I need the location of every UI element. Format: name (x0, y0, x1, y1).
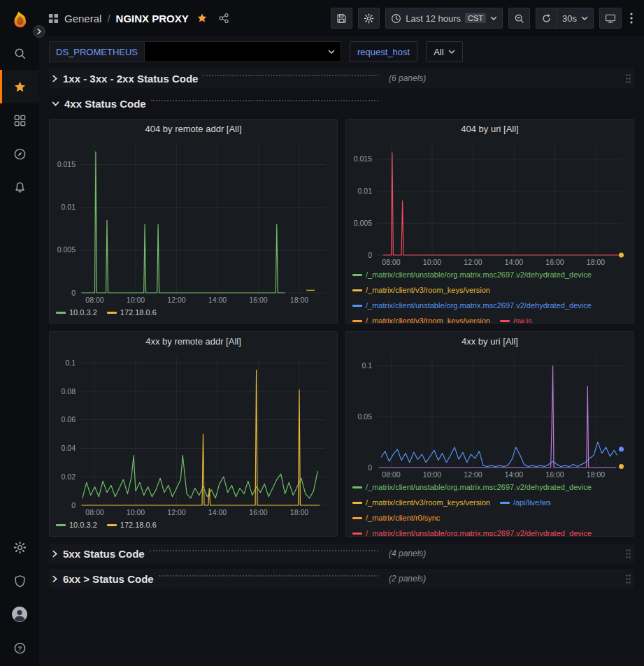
legend-series-color-mark (352, 289, 362, 291)
time-range-picker[interactable]: Last 12 hours CST (385, 8, 503, 29)
favorite-star-button[interactable] (194, 10, 210, 27)
legend-item[interactable]: 10.0.3.2 (56, 519, 97, 532)
refresh-interval-picker[interactable]: 30s (557, 8, 594, 29)
drag-handle-icon (625, 574, 631, 584)
sidebar-item-explore[interactable] (0, 137, 39, 171)
legend-item[interactable]: /_matrix/client/unstable/org.matrix.msc2… (352, 527, 592, 536)
legend-series-color-mark (352, 517, 362, 519)
chevron-down-icon (490, 16, 497, 21)
panel-title[interactable]: 404 by remote addr [All] (50, 120, 337, 138)
sidebar-item-profile[interactable] (0, 598, 39, 631)
svg-text:08:00: 08:00 (85, 508, 103, 516)
legend-item[interactable]: /_matrix/client/unstable/org.matrix.msc2… (352, 268, 592, 282)
breadcrumb-section[interactable]: General (64, 13, 101, 24)
legend-item[interactable]: /_matrix/client/v3/room_keys/version (352, 314, 490, 323)
legend-item[interactable]: 172.18.0.6 (107, 519, 157, 532)
chevron-right-icon (52, 575, 58, 583)
row-drag-handle[interactable] (625, 574, 631, 584)
sidebar-item-help[interactable]: ? (0, 631, 39, 665)
request-host-label-text: request_host (357, 47, 410, 57)
sidebar-item-dashboards[interactable] (0, 103, 39, 137)
datasource-variable-select[interactable] (144, 41, 341, 62)
row-drag-handle[interactable] (625, 549, 631, 559)
svg-text:0.08: 0.08 (62, 387, 76, 396)
row-1xx-3xx-2xx-status-code[interactable]: 1xx - 3xx - 2xx Status Code (6 panels) (49, 68, 634, 88)
svg-text:0: 0 (71, 289, 76, 297)
legend-item[interactable]: /_matrix/client/unstable/org.matrix.msc2… (352, 481, 592, 494)
drag-handle-icon (625, 73, 631, 84)
shield-icon (13, 574, 27, 588)
breadcrumb-dashboard-title[interactable]: NGINX PROXY (116, 13, 189, 24)
panel-404-by-uri: 404 by uri [All] 08:0010:0012:0014:0016:… (345, 119, 634, 324)
svg-text:14:00: 14:00 (505, 258, 523, 266)
row-drag-handle[interactable] (625, 73, 631, 84)
chevron-right-icon (36, 28, 42, 35)
legend-item[interactable]: /sw.js (500, 314, 532, 323)
save-dashboard-button[interactable] (331, 8, 352, 29)
time-range-label: Last 12 hours (406, 13, 461, 24)
sidebar-item-alerting[interactable] (0, 171, 39, 204)
svg-text:14:00: 14:00 (505, 470, 523, 479)
cycle-view-mode-button[interactable] (599, 8, 622, 29)
legend-item[interactable]: /api/live/ws (500, 496, 551, 509)
timeseries-chart-4xx-by-uri: 08:0010:0012:0014:0016:0018:0000.050.1 (346, 350, 634, 480)
request-host-variable-select[interactable]: All (426, 41, 462, 62)
dashboard-settings-button[interactable] (358, 8, 380, 29)
svg-text:10:00: 10:00 (127, 296, 145, 304)
star-icon (13, 80, 27, 94)
svg-text:0.015: 0.015 (57, 160, 76, 168)
sidebar-item-search[interactable] (0, 36, 39, 70)
row-dotted-filler (203, 75, 378, 76)
legend-item[interactable]: /_matrix/client/r0/sync (352, 512, 440, 525)
legend-item[interactable]: 10.0.3.2 (56, 306, 97, 319)
panel-legend: /_matrix/client/unstable/org.matrix.msc2… (346, 268, 634, 323)
timeseries-chart-404-by-uri: 08:0010:0012:0014:0016:0018:0000.0050.01… (346, 138, 634, 268)
svg-text:18:00: 18:00 (587, 470, 605, 479)
gear-icon (13, 541, 27, 554)
row-6xx-status-code[interactable]: 6xx > Status Code (2 panels) (49, 569, 634, 588)
panel-title[interactable]: 4xx by uri [All] (346, 332, 634, 350)
dashboard-scroll-area: 1xx - 3xx - 2xx Status Code (6 panels) (39, 67, 644, 666)
chevron-down-icon (448, 50, 455, 55)
row-5xx-status-code[interactable]: 5xx Status Code (4 panels) (49, 544, 634, 563)
svg-text:0.1: 0.1 (362, 361, 372, 370)
breadcrumb: General / NGINX PROXY (64, 13, 189, 24)
chevron-down-icon (52, 101, 59, 107)
main-area: General / NGINX PROXY (39, 0, 644, 666)
datasource-variable: DS_PROMETHEUS (49, 41, 341, 62)
panel-title[interactable]: 404 by uri [All] (346, 120, 634, 138)
request-host-variable-label[interactable]: request_host (350, 41, 417, 62)
datasource-variable-label[interactable]: DS_PROMETHEUS (49, 41, 144, 62)
refresh-dashboard-button[interactable] (536, 8, 557, 29)
svg-text:18:00: 18:00 (290, 508, 308, 516)
legend-item[interactable]: /_matrix/client/v3/room_keys/version (352, 496, 490, 509)
svg-text:18:00: 18:00 (587, 258, 605, 266)
sidebar-item-configuration[interactable] (0, 530, 39, 564)
svg-text:12:00: 12:00 (167, 508, 185, 516)
svg-text:10:00: 10:00 (423, 258, 441, 266)
legend-series-color-mark (500, 502, 510, 504)
legend-item[interactable]: /_matrix/client/v3/room_keys/version (352, 284, 490, 297)
share-dashboard-button[interactable] (215, 10, 232, 27)
zoom-out-time-button[interactable] (508, 8, 530, 29)
panel-title[interactable]: 4xx by remote addr [All] (50, 332, 337, 350)
row-panel-count: (6 panels) (389, 73, 426, 83)
row-panel-count: (4 panels) (389, 549, 426, 558)
request-host-value-text: All (434, 47, 443, 57)
legend-item[interactable]: /_matrix/client/unstable/org.matrix.msc2… (352, 299, 592, 312)
row-4xx-status-code[interactable]: 4xx Status Code (49, 94, 634, 113)
legend-series-color-mark (352, 502, 362, 504)
sidebar-expand-button[interactable] (33, 25, 45, 38)
share-icon (218, 13, 229, 24)
topbar-kebab-menu[interactable] (627, 10, 636, 27)
sidebar-item-server-admin[interactable] (0, 564, 39, 598)
svg-text:08:00: 08:00 (382, 258, 400, 266)
legend-item[interactable]: 172.18.0.6 (107, 306, 157, 319)
svg-text:?: ? (17, 644, 22, 651)
svg-text:16:00: 16:00 (545, 470, 564, 479)
row-title: 4xx Status Code (64, 98, 146, 110)
svg-text:14:00: 14:00 (208, 296, 227, 304)
panel-4xx-by-uri: 4xx by uri [All] 08:0010:0012:0014:0016:… (345, 331, 634, 537)
panel-404-by-remote-addr: 404 by remote addr [All] 08:0010:0012:00… (49, 119, 338, 324)
sidebar-item-starred[interactable] (0, 70, 39, 103)
